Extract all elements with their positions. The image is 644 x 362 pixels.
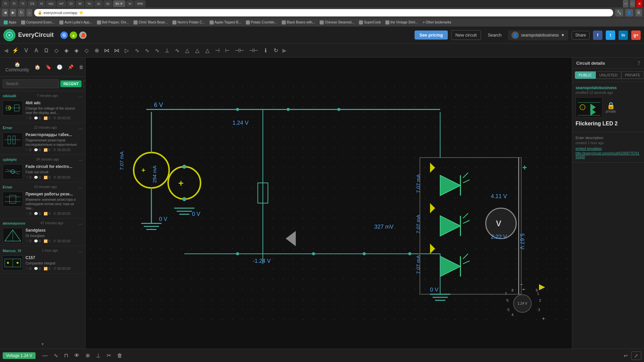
tool-led[interactable]: ∿ [172,46,182,56]
bookmark-apps[interactable]: Apps [2,20,18,25]
bookmark-aunt[interactable]: Aunt Lydia's App... [58,20,94,25]
btool-add[interactable]: ⊕ [83,351,93,361]
btool-square[interactable]: ⊓ [61,351,71,361]
tool-and[interactable]: ⊣⊢ [233,46,246,56]
community-item-6[interactable]: Marcus_VI 1 hour ago ··· [0,246,85,274]
btool-delete[interactable]: 🗑 [114,351,125,361]
facebook-button[interactable]: f [593,31,602,40]
tool-fuse[interactable]: ⊣ [213,46,222,56]
tool-info[interactable]: ℹ [261,46,270,56]
bookmark-norm[interactable]: Norm's Potato C... [171,20,206,25]
tool-nmos[interactable]: △ [203,46,212,56]
tab-in[interactable]: In [126,0,134,7]
tool-scope[interactable]: ∿ [132,46,142,56]
tab-w[interactable]: W [76,0,84,7]
public-tab[interactable]: PUBLIC [575,71,596,79]
tool-inductor[interactable]: ◈ [72,46,81,56]
tool-diode[interactable]: ◇ [82,46,91,56]
bookmark-potato[interactable]: Potato Crumble... [244,20,279,25]
tool-pnp[interactable]: △ [193,46,202,56]
tool-relay[interactable]: ⊢ [223,46,232,56]
item-more-2[interactable]: ··· [78,126,83,131]
apple-icon-btn[interactable]: 🍎 [79,32,87,39]
tab-ti-1[interactable]: TI [1,0,9,7]
item-more-1[interactable]: ··· [78,94,83,99]
community-item-2[interactable]: Ernar 22 minutes ago ··· Резист [0,123,85,155]
linkedin-button[interactable]: in [619,31,628,40]
search-input[interactable] [3,79,59,88]
tool-switch[interactable]: ⊕ [92,46,101,56]
toolbar-right-arrow[interactable]: ▶ [281,46,288,55]
btool-cut[interactable]: ✂ [104,351,114,361]
minimize-btn[interactable]: ─ [623,0,629,7]
btool-wire[interactable]: — [40,351,50,361]
tab-ww[interactable]: WW [135,0,146,7]
tab-sc[interactable]: Sc [103,0,112,7]
maximize-btn[interactable]: □ [630,0,635,7]
unlisted-tab[interactable]: UNLISTED [596,71,621,79]
undo-button[interactable]: ↩ [621,352,631,360]
tool-opamp[interactable]: ⋈ [112,46,121,56]
address-bar[interactable]: 🔒 everycircuit.com/app ⭐ [34,9,613,16]
trash-icon-btn[interactable]: 🗑 [76,60,86,74]
forward-btn[interactable]: ▶ [10,9,16,16]
bookmark-chris[interactable]: Chris' Black Bean... [132,20,169,25]
tab-cl[interactable]: Cl [67,0,75,7]
recent-icon-btn[interactable]: 🕐 [54,60,65,74]
dial-center[interactable]: 1.24 V [513,294,532,313]
tool-voltage-source[interactable]: V [21,46,31,56]
circuit-area[interactable]: 6 V + 7.07 mA 0 V + 294 mA 0 V [86,58,572,349]
favorite-icon-btn[interactable]: 📌 [65,60,76,74]
tab-ti-2[interactable]: TI [10,0,18,7]
googleplus-button[interactable]: g+ [631,31,641,40]
tab-ti-3[interactable]: TI [19,0,27,7]
tool-probe[interactable]: ∿ [152,46,162,56]
bookmark-chinese[interactable]: Chinese Steamed... [318,20,356,25]
tool-ground[interactable]: ⊥ [162,46,172,56]
recent-tab[interactable]: RECENT [60,80,82,87]
tab-ju[interactable]: Ju [94,0,103,7]
tool-current-source[interactable]: A [32,46,41,56]
tab-h[interactable]: H [38,0,46,7]
bookmark-other[interactable]: » Other bookmarks [421,20,453,25]
embed-link[interactable]: embed simulation [576,147,641,150]
tool-resistor[interactable]: Ω [42,46,51,56]
community-item-5[interactable]: alexmayorov 47 minutes ago ··· Sandglass [0,219,85,246]
settings-btn[interactable]: ☰ [635,9,642,16]
private-tab[interactable]: PRIVATE [621,71,644,79]
dial-minus-btn[interactable]: − [520,282,523,288]
fullscreen-button[interactable]: ⤢ [631,351,641,360]
bookmark-supercook[interactable]: SuperCook [357,20,382,25]
bookmark-icon-btn[interactable]: 🔖 [43,60,54,74]
user-menu[interactable]: 👤 seanspotatobusiness ▼ [508,30,568,40]
tab-mu[interactable]: mU [46,0,56,7]
reload-btn[interactable]: ↻ [18,9,24,16]
bookmark-bell[interactable]: Bell Pepper, Oni... [95,20,131,25]
tool-motor[interactable]: ↻ [271,46,280,56]
btool-scope[interactable]: 👁 [71,351,82,361]
community-btn[interactable]: 🏠 Community [3,60,32,74]
tool-transformer[interactable]: ⋈ [102,46,111,56]
chrome-icon-btn[interactable]: G [60,32,68,39]
tool-ac[interactable]: ∿ [142,46,152,56]
see-pricing-button[interactable]: See pricing [415,31,447,40]
extensions-btn[interactable]: 🔧 [615,9,623,16]
panel-share-icon[interactable]: ⤴ [638,60,640,66]
toolbar-left-arrow[interactable]: ◀ [3,46,9,55]
item-more-3[interactable]: ··· [78,158,83,163]
community-item-3[interactable]: cjdelphi 34 minutes ago ··· Fad [0,155,85,182]
twitter-button[interactable]: t [606,31,615,40]
home-icon-btn[interactable]: 🏠 [32,60,43,74]
home-btn[interactable]: ⌂ [26,9,32,16]
bookmark-apple[interactable]: Apple-Topped B... [208,20,243,25]
tab-ev[interactable]: Ev ✕ [113,0,125,7]
share-button[interactable]: Share [572,31,590,40]
item-more-6[interactable]: ··· [78,249,83,254]
tool-capacitor2[interactable]: ◈ [62,46,71,56]
search-header-button[interactable]: Search [484,31,505,40]
back-btn[interactable]: ◀ [2,9,8,16]
tool-capacitor[interactable]: ◇ [52,46,61,56]
btool-ac[interactable]: ∿ [51,351,61,361]
item-more-5[interactable]: ··· [78,221,83,227]
scroll-down-icon[interactable]: ▼ [41,342,45,347]
